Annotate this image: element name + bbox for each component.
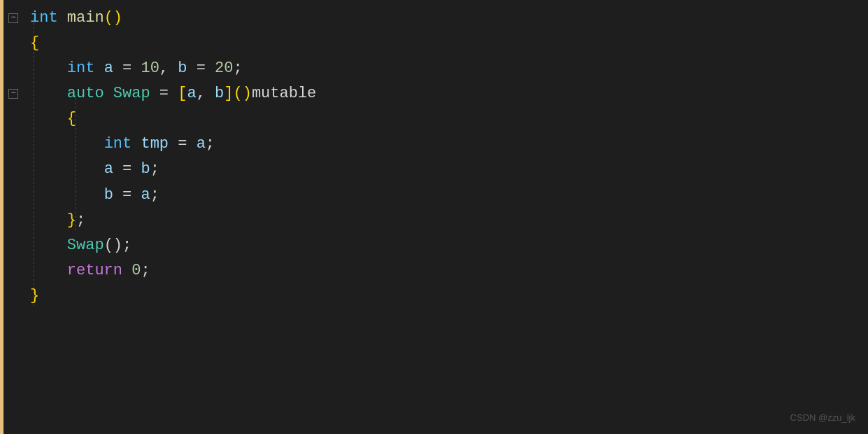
code-line-7: a = b; <box>30 157 868 182</box>
code-line-12: } <box>30 284 868 309</box>
gutter: − − <box>3 0 23 434</box>
code-line-4: auto Swap = [a, b]()mutable <box>30 81 868 106</box>
code-line-1: int main() <box>30 6 868 31</box>
code-area: int main() { int a = 10, b = 20; auto Sw… <box>23 0 868 434</box>
code-line-8: b = a; <box>30 183 868 208</box>
gutter-cell-2 <box>3 31 23 56</box>
gutter-cell-1: − <box>3 6 23 31</box>
code-line-11: return 0; <box>30 258 868 284</box>
fold-button-1[interactable]: − <box>8 13 18 23</box>
gutter-cell-3 <box>3 56 23 81</box>
fold-button-2[interactable]: − <box>8 89 18 99</box>
code-line-5: { <box>30 106 868 132</box>
token-main: main <box>67 9 104 27</box>
gutter-cell-4: − <box>3 81 23 106</box>
code-line-3: int a = 10, b = 20; <box>30 56 868 81</box>
code-line-9: }; <box>30 208 868 233</box>
code-line-10: Swap(); <box>30 233 868 258</box>
code-line-6: int tmp = a; <box>30 132 868 157</box>
token-int: int <box>30 9 58 27</box>
code-line-2: { <box>30 31 868 56</box>
